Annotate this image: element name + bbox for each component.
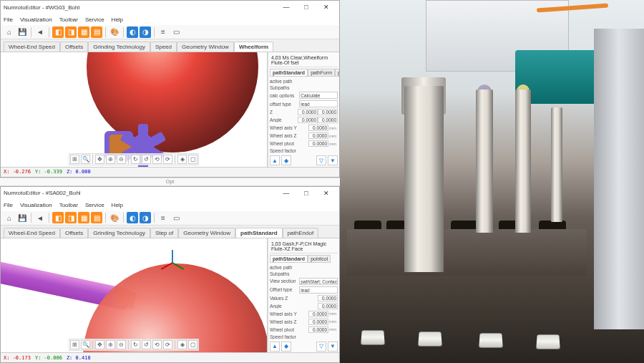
vp-rot2-icon[interactable]: ↺ [142, 340, 151, 349]
select-calc-options[interactable]: Calculate [299, 92, 338, 99]
window-close-button[interactable]: ✕ [316, 188, 336, 199]
vp-rot1-icon[interactable]: ↻ [131, 155, 140, 164]
tab-offsets[interactable]: Offsets [60, 42, 88, 52]
toolbar-op1-icon[interactable]: ◧ [52, 26, 64, 38]
vp-rot3-icon[interactable]: ⟲ [152, 340, 162, 349]
panel-ic-1[interactable]: ▲ [270, 342, 280, 352]
menu-toolbar[interactable]: Toolbar [59, 16, 78, 23]
input-wheel-z[interactable]: 0.0000 [308, 132, 328, 139]
panel-ic-3[interactable]: ▽ [316, 342, 326, 352]
menu-toolbar[interactable]: Toolbar [59, 202, 78, 208]
vp-zoom-out-icon[interactable]: ⊖ [117, 155, 126, 164]
input-wheel-pivot[interactable]: 0.0000 [308, 140, 328, 147]
toolbar-save-icon[interactable]: 💾 [16, 212, 28, 223]
select-offset-type[interactable]: lead [299, 100, 338, 107]
panel-ic-1[interactable]: ▲ [270, 155, 280, 165]
toolbar-back-icon[interactable]: ◄ [34, 212, 46, 223]
panel-ic-2[interactable]: ◆ [281, 342, 291, 352]
menu-file[interactable]: File [4, 202, 13, 208]
toolbar-view2-icon[interactable]: ◑ [140, 26, 151, 38]
input-angle[interactable]: 0.0000 [318, 303, 338, 309]
toolbar-view2-icon[interactable]: ◑ [140, 212, 151, 223]
tab-offsets[interactable]: Offsets [60, 228, 88, 238]
select-offset-type[interactable]: lead [299, 286, 338, 294]
tab-pathendof[interactable]: pathEndof [283, 228, 318, 238]
input-wheel-y[interactable]: 0.0000 [308, 311, 328, 317]
panel-ic-4[interactable]: ▼ [328, 342, 338, 352]
panel-ic-2[interactable]: ◆ [281, 155, 291, 165]
toolbar-op4-icon[interactable]: ▤ [91, 26, 102, 38]
panel-tab-pointcol[interactable]: pointcol [308, 255, 331, 263]
vp-fit-icon[interactable]: ⊞ [70, 340, 79, 349]
toolbar-home-icon[interactable]: ⌂ [4, 212, 15, 223]
toolbar-extra2-icon[interactable]: ▭ [170, 212, 182, 223]
panel-tab-pathform[interactable]: pathForm [308, 69, 335, 77]
menu-service[interactable]: Service [85, 202, 104, 208]
vp-front-icon[interactable]: ▢ [188, 155, 197, 164]
toolbar-color-icon[interactable]: 🎨 [109, 212, 120, 223]
tab-wheelend-speed[interactable]: Wheel-End Speed [4, 42, 60, 52]
toolbar-home-icon[interactable]: ⌂ [4, 26, 15, 38]
toolbar-color-icon[interactable]: 🎨 [109, 26, 120, 38]
toolbar-op3-icon[interactable]: ▦ [78, 212, 89, 223]
window-minimize-button[interactable]: — [276, 188, 296, 199]
window-maximize-button[interactable]: □ [296, 188, 316, 199]
select-view-section[interactable]: pathStart; Contact No. [299, 278, 338, 285]
vp-rot3-icon[interactable]: ⟲ [152, 155, 162, 164]
input-z-right[interactable]: 0.0000 [318, 109, 338, 115]
vp-fit-icon[interactable]: ⊞ [70, 155, 79, 164]
toolbar-back-icon[interactable]: ◄ [34, 26, 46, 38]
tab-geometry-window[interactable]: Geometry Window [178, 228, 235, 238]
vp-zoom-icon[interactable]: 🔍 [81, 340, 90, 349]
vp-zoom-icon[interactable]: 🔍 [81, 155, 90, 164]
panel-tab-pointcol[interactable]: pointcol [335, 69, 339, 77]
tab-wheelend-speed[interactable]: Wheel-End Speed [4, 228, 60, 238]
panel-ic-3[interactable]: ▽ [316, 155, 326, 165]
toolbar-op2-icon[interactable]: ◨ [65, 26, 77, 38]
menu-help[interactable]: Help [112, 202, 123, 208]
vp-rot4-icon[interactable]: ⟳ [163, 340, 172, 349]
menu-file[interactable]: File [4, 16, 13, 23]
toolbar-op3-icon[interactable]: ▦ [78, 26, 89, 38]
input-wheel-z[interactable]: 0.0000 [308, 319, 328, 325]
window-maximize-button[interactable]: □ [296, 1, 316, 13]
toolbar-op4-icon[interactable]: ▤ [91, 212, 102, 223]
tab-speed[interactable]: Speed [150, 42, 177, 52]
vp-pan-icon[interactable]: ✥ [95, 155, 104, 164]
window-minimize-button[interactable]: — [276, 1, 296, 13]
window-close-button[interactable]: ✕ [316, 1, 336, 13]
input-angle-left[interactable]: 0.0000 [298, 117, 318, 123]
toolbar-extra1-icon[interactable]: ≡ [157, 212, 169, 223]
vp-rot2-icon[interactable]: ↺ [142, 155, 151, 164]
tab-pathstandard[interactable]: pathStandard [235, 228, 283, 238]
panel-tab-pathstandard[interactable]: pathStandard [270, 255, 308, 263]
menu-service[interactable]: Service [85, 16, 104, 23]
panel-ic-4[interactable]: ▼ [328, 155, 338, 165]
vp-zoom-in-icon[interactable]: ⊕ [106, 340, 115, 349]
input-wheel-y[interactable]: 0.0000 [308, 125, 328, 131]
menu-visualization[interactable]: Visualization [20, 202, 52, 208]
toolbar-extra1-icon[interactable]: ≡ [157, 26, 169, 38]
tab-step-of[interactable]: Step of [150, 228, 178, 238]
vp-iso-icon[interactable]: ◈ [177, 340, 187, 349]
toolbar-view1-icon[interactable]: ◐ [127, 26, 138, 38]
panel-tab-pathstandard[interactable]: pathStandard [270, 69, 308, 77]
input-angle-right[interactable]: 0.0000 [318, 117, 338, 123]
input-wheel-pivot[interactable]: 0.0000 [308, 326, 328, 333]
tab-grinding-tech[interactable]: Grinding Technology [88, 42, 150, 52]
vp-rot1-icon[interactable]: ↻ [131, 340, 140, 349]
menu-visualization[interactable]: Visualization [20, 16, 52, 23]
menu-help[interactable]: Help [112, 16, 123, 23]
input-z-left[interactable]: 0.0000 [298, 109, 318, 115]
tab-wheelform[interactable]: Wheelform [234, 42, 273, 52]
toolbar-save-icon[interactable]: 💾 [16, 26, 28, 38]
input-values-z[interactable]: 0.0000 [318, 295, 338, 301]
vp-pan-icon[interactable]: ✥ [95, 340, 104, 349]
toolbar-view1-icon[interactable]: ◐ [127, 212, 138, 223]
vp-zoom-out-icon[interactable]: ⊖ [117, 340, 126, 349]
toolbar-op1-icon[interactable]: ◧ [52, 212, 64, 223]
tab-grinding-tech[interactable]: Grinding Technology [88, 228, 150, 238]
vp-front-icon[interactable]: ▢ [188, 340, 197, 349]
3d-viewport[interactable]: ⊞ 🔍 ✥ ⊕ ⊖ ↻ ↺ ⟲ ⟳ ◈ ▢ [1, 238, 268, 353]
vp-iso-icon[interactable]: ◈ [177, 155, 187, 164]
